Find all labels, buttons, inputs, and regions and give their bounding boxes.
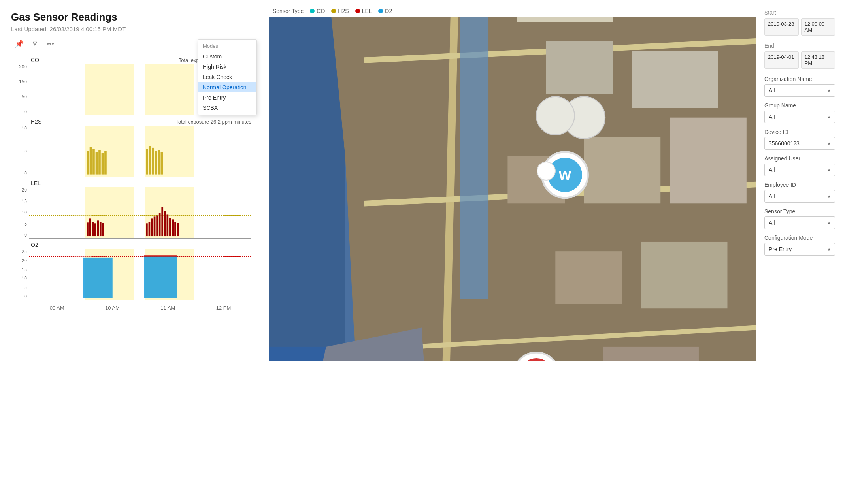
sensor-type-label: Sensor Type [273, 8, 304, 14]
modes-item-scba[interactable]: SCBA [198, 103, 256, 113]
svg-rect-52 [584, 137, 660, 203]
last-updated-text: Last Updated: 26/03/2019 4:00:15 PM MDT [11, 26, 251, 32]
svg-rect-17 [97, 220, 99, 236]
lel-chart-block: LEL 20 15 10 5 0 [11, 180, 251, 239]
svg-rect-26 [161, 207, 163, 236]
modes-item-preentry[interactable]: Pre Entry [198, 92, 256, 103]
svg-rect-32 [177, 223, 179, 236]
svg-rect-10 [155, 151, 157, 175]
co-legend-label: CO [317, 8, 325, 14]
filter-label-2: Device ID [764, 129, 835, 135]
svg-rect-13 [87, 222, 89, 236]
svg-rect-16 [94, 223, 96, 236]
end-section: End 2019-04-01 12:43:18 PM [764, 43, 835, 69]
svg-rect-18 [100, 222, 102, 236]
h2s-y-axis: 10 5 0 [11, 126, 29, 177]
filter-sensor-type: Sensor TypeAll∨ [764, 208, 835, 229]
o2-chart-header: O2 [11, 242, 251, 249]
filter-select-5[interactable]: All∨ [764, 216, 835, 229]
filter-select-6[interactable]: Pre Entry∨ [764, 243, 835, 256]
modes-dropdown: Modes Custom High Risk Leak Check Normal… [198, 39, 257, 115]
filter-select-4[interactable]: All∨ [764, 190, 835, 203]
modes-label: Modes [198, 41, 256, 51]
start-label: Start [764, 9, 835, 16]
chevron-down-icon-3: ∨ [827, 167, 831, 173]
filter-value-0: All [769, 87, 775, 94]
pin-icon[interactable]: 📌 [15, 39, 24, 48]
start-date-field[interactable]: 2019-03-28 [764, 18, 799, 36]
o2-chart-area [29, 249, 251, 300]
svg-rect-21 [149, 222, 151, 236]
modes-item-normal[interactable]: Normal Operation [198, 82, 256, 92]
filter-organization-name: Organization NameAll∨ [764, 76, 835, 97]
svg-rect-8 [149, 146, 151, 175]
filter-select-2[interactable]: 3566000123∨ [764, 137, 835, 150]
h2s-chart-area [29, 126, 251, 177]
svg-rect-55 [641, 242, 728, 308]
filter-label-6: Configuration Mode [764, 235, 835, 241]
svg-rect-14 [89, 218, 91, 236]
right-panel: Start 2019-03-28 12:00:00 AM End 2019-04… [756, 0, 843, 504]
end-time-field[interactable]: 12:43:18 PM [801, 51, 835, 69]
svg-rect-20 [146, 223, 148, 236]
o2-chart-block: O2 25 20 15 10 5 0 [11, 242, 251, 300]
svg-rect-24 [156, 215, 158, 236]
lel-legend-dot [355, 9, 360, 13]
lel-label: LEL [31, 180, 41, 186]
svg-rect-1 [90, 147, 92, 175]
end-date-field[interactable]: 2019-04-01 [764, 51, 799, 69]
svg-rect-4 [98, 150, 101, 174]
lel-chart-area [29, 187, 251, 239]
chevron-down-icon-2: ∨ [827, 141, 831, 146]
svg-rect-53 [670, 118, 746, 204]
filter-label-4: Employee ID [764, 182, 835, 188]
filter-label-5: Sensor Type [764, 208, 835, 214]
svg-rect-29 [169, 218, 171, 236]
filter-select-3[interactable]: All∨ [764, 164, 835, 176]
h2s-chart-block: H2S Total exposure 26.2 ppm minutes 10 5… [11, 118, 251, 177]
svg-rect-0 [87, 151, 89, 175]
start-time-field[interactable]: 12:00:00 AM [801, 18, 835, 36]
o2-y-axis: 25 20 15 10 5 0 [11, 249, 29, 300]
svg-rect-9 [152, 148, 154, 175]
svg-rect-27 [164, 211, 166, 237]
lel-chart-header: LEL [11, 180, 251, 187]
svg-rect-22 [151, 218, 153, 236]
svg-point-59 [536, 96, 575, 135]
filter-label-0: Organization Name [764, 76, 835, 82]
modes-item-custom[interactable]: Custom [198, 51, 256, 62]
modes-item-leakcheck[interactable]: Leak Check [198, 72, 256, 82]
o2-chart-container: 25 20 15 10 5 0 [11, 249, 251, 300]
filter-value-6: Pre Entry [769, 246, 792, 252]
filter-select-0[interactable]: All∨ [764, 84, 835, 97]
svg-rect-38 [269, 17, 345, 361]
svg-rect-54 [555, 251, 622, 304]
start-section: Start 2019-03-28 12:00:00 AM [764, 9, 835, 36]
co-y-axis: 200 150 50 0 [11, 64, 29, 115]
filter-configuration-mode: Configuration ModePre Entry∨ [764, 235, 835, 256]
svg-rect-19 [102, 223, 104, 236]
modes-item-highrisk[interactable]: High Risk [198, 62, 256, 72]
start-date-row: 2019-03-28 12:00:00 AM [764, 18, 835, 36]
filters-container: Organization NameAll∨Group NameAll∨Devic… [764, 76, 835, 256]
svg-rect-6 [104, 151, 107, 175]
end-date-row: 2019-04-01 12:43:18 PM [764, 51, 835, 69]
svg-rect-47 [517, 17, 613, 22]
svg-rect-5 [102, 153, 104, 175]
h2s-chart-container: 10 5 0 [11, 126, 251, 177]
svg-rect-34 [144, 256, 177, 298]
filter-icon[interactable]: ⛛ [32, 40, 39, 48]
h2s-label: H2S [31, 118, 41, 125]
filter-value-3: All [769, 167, 775, 173]
more-icon[interactable]: ••• [47, 40, 54, 48]
filter-label-1: Group Name [764, 102, 835, 109]
co-label: CO [31, 57, 39, 63]
svg-text:W: W [559, 167, 571, 182]
chevron-down-icon-1: ∨ [827, 114, 831, 120]
svg-rect-2 [92, 149, 95, 175]
filter-select-1[interactable]: All∨ [764, 111, 835, 123]
page-title: Gas Sensor Readings [11, 11, 251, 23]
filter-employee-id: Employee IDAll∨ [764, 182, 835, 203]
o2-label: O2 [31, 242, 38, 248]
filter-value-2: 3566000123 [769, 140, 800, 147]
